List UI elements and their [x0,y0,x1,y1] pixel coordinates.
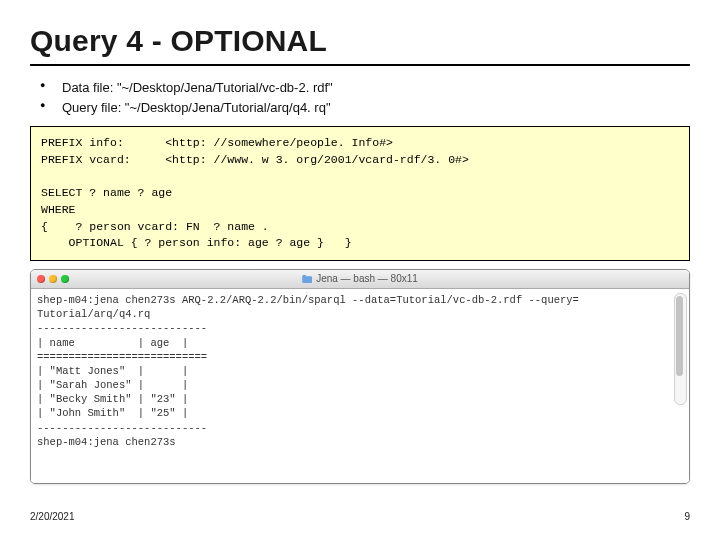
sparql-code-block: PREFIX info: <http: //somewhere/people. … [30,126,690,261]
terminal-line: | name | age | [37,337,188,349]
scrollbar-thumb[interactable] [676,296,683,376]
slide: Query 4 - OPTIONAL Data file: "~/Desktop… [0,0,720,540]
terminal-line: shep-m04:jena chen273s [37,436,176,448]
bullet-item: Query file: "~/Desktop/Jena/Tutorial/arq… [40,98,690,118]
terminal-title: Jena — bash — 80x11 [302,273,418,284]
terminal-line: =========================== [37,351,207,363]
close-icon[interactable] [37,275,45,283]
minimize-icon[interactable] [49,275,57,283]
slide-title: Query 4 - OPTIONAL [30,24,690,58]
folder-icon [302,275,312,283]
scrollbar[interactable] [674,293,687,405]
footer-page-number: 9 [684,511,690,522]
bullet-list: Data file: "~/Desktop/Jena/Tutorial/vc-d… [40,78,690,118]
terminal-title-text: Jena — bash — 80x11 [316,273,418,284]
terminal-titlebar: Jena — bash — 80x11 [31,270,689,289]
terminal-line: | "Becky Smith" | "23" | [37,393,188,405]
footer-date: 2/20/2021 [30,511,75,522]
window-controls [31,275,69,283]
terminal-line: --------------------------- [37,322,207,334]
terminal-window: Jena — bash — 80x11 shep-m04:jena chen27… [30,269,690,484]
terminal-line: shep-m04:jena chen273s ARQ-2.2/ARQ-2.2/b… [37,294,579,306]
terminal-line: --------------------------- [37,422,207,434]
terminal-line: | "John Smith" | "25" | [37,407,188,419]
terminal-body: shep-m04:jena chen273s ARQ-2.2/ARQ-2.2/b… [31,289,689,483]
title-divider [30,64,690,66]
terminal-line: | "Sarah Jones" | | [37,379,188,391]
terminal-line: | "Matt Jones" | | [37,365,188,377]
zoom-icon[interactable] [61,275,69,283]
terminal-line: Tutorial/arq/q4.rq [37,308,150,320]
bullet-item: Data file: "~/Desktop/Jena/Tutorial/vc-d… [40,78,690,98]
